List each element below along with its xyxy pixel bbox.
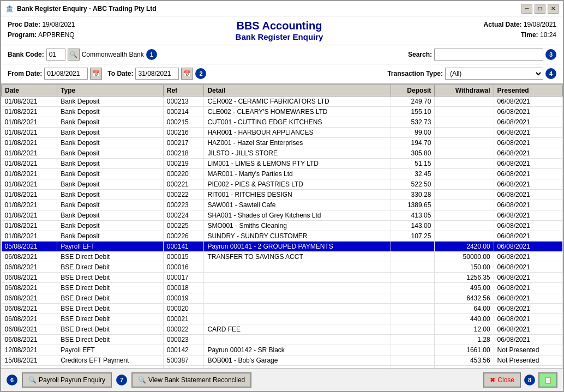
table-row[interactable]: 01/08/2021Bank Deposit000218JILSTO - JIL… — [2, 148, 563, 159]
cell-withdrawal — [435, 128, 494, 138]
badge-4: 4 — [545, 68, 556, 79]
cell-withdrawal: 1256.35 — [435, 273, 494, 283]
cell-ref: 000215 — [163, 117, 204, 128]
green-action-button[interactable]: 📋 — [538, 372, 557, 388]
cell-type: Bank Deposit — [57, 138, 164, 148]
cell-type: BSE Direct Debit — [57, 252, 164, 262]
table-row[interactable]: 06/08/2021BSE Direct Debit0000231.2806/0… — [2, 335, 563, 345]
cell-date: 01/08/2021 — [2, 117, 57, 128]
cell-type: BSE Direct Debit — [57, 273, 164, 283]
cell-date: 01/08/2021 — [2, 179, 57, 190]
cell-presented: 06/08/2021 — [494, 314, 562, 324]
table-row[interactable]: 01/08/2021Bank Deposit000219LIM001 - LIM… — [2, 159, 563, 169]
cell-withdrawal — [435, 159, 494, 169]
from-date-calendar-button[interactable]: 📅 — [90, 68, 102, 80]
cell-deposit — [391, 293, 435, 304]
close-window-button[interactable]: ✕ — [548, 4, 559, 14]
table-row[interactable]: 12/08/2021Payroll EFT000142Payrun 000142… — [2, 345, 563, 355]
bank-name-display: Commonwealth Bank — [82, 51, 144, 58]
table-row[interactable]: 01/08/2021Bank Deposit000223SAW001 - Saw… — [2, 200, 563, 210]
cell-withdrawal — [435, 221, 494, 231]
cell-withdrawal: 150.00 — [435, 262, 494, 273]
cell-detail — [204, 283, 391, 293]
to-date-input[interactable] — [135, 68, 179, 80]
cell-ref: 000218 — [163, 148, 204, 159]
cell-date: 05/08/2021 — [2, 242, 57, 252]
table-row[interactable]: 06/08/2021BSE Direct Debit000022CARD FEE… — [2, 324, 563, 335]
table-row[interactable]: 06/08/2021BSE Direct Debit00002064.0006/… — [2, 304, 563, 314]
cell-withdrawal — [435, 231, 494, 242]
table-row[interactable]: 01/08/2021Bank Deposit000216HAR001 - HAR… — [2, 128, 563, 138]
cell-date: 01/08/2021 — [2, 169, 57, 179]
search-input[interactable] — [434, 49, 543, 61]
restore-button[interactable]: □ — [535, 4, 545, 14]
bank-code-group: Bank Code: 🔍 Commonwealth Bank 1 — [8, 49, 157, 61]
table-row[interactable]: 06/08/2021BSE Direct Debit0000196432.560… — [2, 293, 563, 304]
to-date-calendar-button[interactable]: 📅 — [181, 68, 193, 80]
table-row[interactable]: 06/08/2021BSE Direct Debit000015TRANSFER… — [2, 252, 563, 262]
bottom-buttons-left: 6 🔍 Payroll Payrun Enquiry 7 🔍 View Bank… — [7, 372, 251, 388]
cell-deposit: 155.10 — [391, 107, 435, 117]
table-row[interactable]: 01/08/2021Bank Deposit000213CER002 - CER… — [2, 97, 563, 107]
table-row[interactable]: 01/08/2021Bank Deposit000217HAZ001 - Haz… — [2, 138, 563, 148]
table-row[interactable]: 01/08/2021Bank Deposit000220MAR001 - Mar… — [2, 169, 563, 179]
cell-date: 01/08/2021 — [2, 200, 57, 210]
cell-type: BSE Direct Debit — [57, 293, 164, 304]
transaction-type-select[interactable]: (All) Bank Deposit Bank Withdrawal Payro… — [445, 68, 543, 80]
cell-withdrawal: 2420.00 — [435, 242, 494, 252]
cell-ref: 000222 — [163, 190, 204, 200]
cell-deposit — [391, 324, 435, 335]
cell-deposit — [391, 273, 435, 283]
table-body: 01/08/2021Bank Deposit000213CER002 - CER… — [2, 97, 563, 369]
cell-detail — [204, 273, 391, 283]
bank-code-search-button[interactable]: 🔍 — [68, 49, 80, 61]
cell-withdrawal — [435, 148, 494, 159]
cell-type: BSE Direct Debit — [57, 304, 164, 314]
table-row[interactable]: 01/08/2021Bank Deposit000214CLE002 - CLE… — [2, 107, 563, 117]
from-date-input[interactable] — [44, 68, 88, 80]
table-row[interactable]: 01/08/2021Bank Deposit000215CUT001 - CUT… — [2, 117, 563, 128]
cell-date: 06/08/2021 — [2, 324, 57, 335]
badge-7: 7 — [116, 375, 127, 385]
payroll-enquiry-button[interactable]: 🔍 Payroll Payrun Enquiry — [22, 372, 112, 388]
cell-detail: CLE002 - CLEARY'S HOMEWARES LTD — [204, 107, 391, 117]
cell-presented: 06/08/2021 — [494, 200, 562, 210]
table-row[interactable]: 01/08/2021Bank Deposit000224SHA001 - Sha… — [2, 210, 563, 221]
table-row[interactable]: 06/08/2021BSE Direct Debit000018495.0006… — [2, 283, 563, 293]
table-row[interactable]: 01/08/2021Bank Deposit000221PIE002 - PIE… — [2, 179, 563, 190]
cell-type: BSE Direct Debit — [57, 324, 164, 335]
table-row[interactable]: 01/08/2021Bank Deposit000222RIT001 - RIT… — [2, 190, 563, 200]
bottom-bar: 6 🔍 Payroll Payrun Enquiry 7 🔍 View Bank… — [1, 368, 563, 391]
table-row[interactable]: 01/08/2021Bank Deposit000226SUNDRY - SUN… — [2, 231, 563, 242]
cell-detail — [204, 335, 391, 345]
cell-ref: 000018 — [163, 283, 204, 293]
cell-ref: 000216 — [163, 128, 204, 138]
cell-type: BSE Direct Debit — [57, 262, 164, 273]
cell-ref: 000142 — [163, 345, 204, 355]
search-group: Search: 3 — [408, 49, 556, 61]
minimize-button[interactable]: ─ — [521, 4, 532, 14]
table-row[interactable]: 15/08/2021Creditors EFT Payment500387BOB… — [2, 355, 563, 366]
table-row[interactable]: 06/08/2021BSE Direct Debit0000171256.350… — [2, 273, 563, 283]
cell-presented: 06/08/2021 — [494, 304, 562, 314]
cell-date: 06/08/2021 — [2, 335, 57, 345]
cell-ref: 000022 — [163, 324, 204, 335]
cell-presented: 06/08/2021 — [494, 210, 562, 221]
cell-detail: RIT001 - RITCHIES DESIGN — [204, 190, 391, 200]
table-row[interactable]: 05/08/2021Payroll EFT000141Payrun 000141… — [2, 242, 563, 252]
cell-withdrawal — [435, 210, 494, 221]
view-bank-statement-button[interactable]: 🔍 View Bank Statement Reconciled — [131, 372, 251, 388]
cell-ref: 000213 — [163, 97, 204, 107]
cell-ref: 000217 — [163, 138, 204, 148]
table-row[interactable]: 06/08/2021BSE Direct Debit000016150.0006… — [2, 262, 563, 273]
cell-type: Bank Deposit — [57, 210, 164, 221]
close-button[interactable]: ✖ Close — [483, 372, 521, 388]
cell-type: Payroll EFT — [57, 242, 164, 252]
bank-code-input[interactable] — [46, 49, 65, 61]
cell-withdrawal: 1661.00 — [435, 345, 494, 355]
table-row[interactable]: 01/08/2021Bank Deposit000225SMO001 - Smi… — [2, 221, 563, 231]
table-row[interactable]: 06/08/2021BSE Direct Debit000021440.0006… — [2, 314, 563, 324]
badge-3: 3 — [545, 49, 556, 60]
to-date-group: To Date: 📅 2 — [107, 68, 206, 80]
cell-presented: 06/08/2021 — [494, 283, 562, 293]
